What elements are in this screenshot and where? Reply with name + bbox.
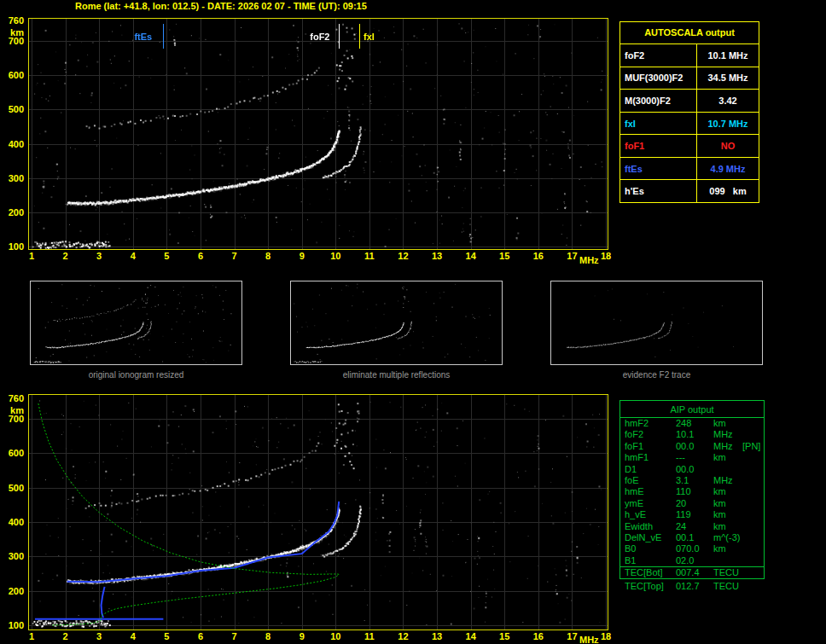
x-tick: 11 [364, 631, 375, 641]
aip-cell-value: 20 [676, 498, 713, 509]
autoscala-table-title: AUTOSCALA output [620, 22, 759, 44]
aip-cell-unit [713, 555, 742, 566]
x-tick: 14 [466, 631, 476, 641]
aip-row: foF210.1MHz [620, 429, 764, 440]
axis-unit-km: km [0, 405, 24, 415]
x-tick: 17 [567, 251, 577, 261]
aip-cell-name: TEC[Top] [625, 581, 676, 592]
aip-row: ymE20km [620, 498, 764, 509]
aip-cell-unit: km [713, 418, 742, 429]
aip-cell-value: 070.0 [676, 543, 713, 554]
aip-cell-name: B1 [625, 555, 676, 566]
aip-cell-value: 00.1 [676, 532, 713, 543]
aip-cell-name: Ewidth [625, 521, 676, 532]
aip-row: hmE110km [620, 486, 764, 497]
y-tick: 500 [0, 483, 24, 493]
aip-cell-name: foE [625, 475, 676, 486]
x-tick: 1 [29, 631, 34, 641]
aip-cell-unit: km [713, 452, 742, 463]
y-tick: 300 [0, 551, 24, 561]
aip-cell-note [742, 543, 764, 554]
aip-cell-name: hmF1 [625, 452, 676, 463]
x-tick: 8 [265, 631, 270, 641]
autoscala-row: foF210.1 MHz [620, 44, 759, 67]
aip-cell-unit: km [713, 509, 742, 520]
aip-cell-unit: MHz [713, 441, 742, 452]
y-tick: 200 [0, 586, 24, 596]
aip-cell-name: TEC[Bot] [625, 567, 676, 578]
y-tick: 100 [0, 620, 24, 630]
x-tick: 15 [499, 251, 509, 261]
autoscala-row-value: 10.1 MHz [697, 44, 759, 67]
aip-row: B0070.0km [620, 543, 764, 554]
autoscala-row-value: 4.9 MHz [697, 158, 759, 180]
autoscala-row-value: NO [697, 135, 759, 157]
aip-cell-value: 24 [676, 521, 713, 532]
autoscala-row-value: 10.7 MHz [697, 113, 759, 135]
x-tick: 18 [601, 251, 611, 261]
autoscala-row: M(3000)F23.42 [620, 90, 759, 113]
autoscala-row: MUF(3000)F234.5 MHz [620, 67, 759, 90]
autoscala-row-label: ftEs [620, 158, 697, 180]
aip-cell-note [742, 452, 764, 463]
aip-cell-note [742, 521, 764, 532]
aip-cell-unit: m^(-3) [713, 532, 742, 543]
aip-cell-note [742, 555, 764, 566]
aip-cell-name: foF1 [625, 441, 676, 452]
aip-cell-note [742, 475, 764, 486]
aip-cell-note [742, 464, 764, 475]
aip-cell-name: ymE [625, 498, 676, 509]
thumbnail-evidence-f2 [550, 281, 763, 365]
aip-cell-value: 10.1 [676, 429, 713, 440]
thumbnail-eliminate-reflections [290, 281, 503, 365]
autoscala-row: ftEs4.9 MHz [620, 158, 759, 181]
aip-row: foF100.0MHz[PN] [620, 441, 764, 452]
aip-cell-name: hmF2 [625, 418, 676, 429]
x-tick: 8 [265, 251, 270, 261]
axis-unit-mhz: MHz [579, 255, 599, 265]
aip-row: DelN_vE00.1m^(-3) [620, 532, 764, 543]
marker-label-fxi: fxI [364, 32, 375, 42]
x-tick: 3 [96, 251, 102, 261]
x-tick: 12 [398, 631, 408, 641]
aip-cell-note [742, 429, 764, 440]
aip-cell-note [742, 581, 770, 592]
aip-cell-value: 007.4 [676, 567, 713, 578]
aip-cell-unit: MHz [713, 429, 742, 440]
aip-row: h_vE119km [620, 509, 764, 520]
aip-row: TEC[Top]012.7TECU [620, 581, 770, 592]
axis-unit-mhz: MHz [579, 635, 599, 644]
aip-cell-note [742, 509, 764, 520]
autoscala-row-label: fxI [620, 113, 697, 135]
x-tick: 13 [432, 251, 442, 261]
x-tick: 14 [466, 251, 476, 261]
axis-unit-km: km [0, 27, 24, 38]
aip-cell-value: 02.0 [676, 555, 713, 566]
x-tick: 10 [330, 251, 340, 261]
x-tick: 6 [198, 251, 203, 261]
aip-cell-note [742, 567, 764, 578]
autoscala-row-value: 3.42 [697, 90, 759, 112]
page-title: Rome (lat: +41.8, lon: 012.5) - DATE: 20… [75, 1, 367, 11]
aip-cell-value: 119 [676, 509, 713, 520]
autoscala-row-label: MUF(3000)F2 [620, 67, 697, 90]
autoscala-screen: Rome (lat: +41.8, lon: 012.5) - DATE: 20… [0, 0, 826, 644]
y-tick: 100 [0, 241, 24, 252]
aip-cell-unit: TECU [713, 567, 742, 578]
aip-row: hmF1---km [620, 452, 764, 463]
aip-cell-value: 00.0 [676, 464, 713, 475]
aip-cell-name: hmE [625, 486, 676, 497]
x-tick: 13 [432, 631, 442, 641]
top-ionogram-canvas [28, 18, 608, 250]
thumbnail-original-ionogram [30, 281, 242, 365]
x-tick: 16 [533, 251, 544, 261]
y-tick: 200 [0, 207, 24, 218]
x-tick: 15 [499, 631, 509, 641]
x-tick: 7 [231, 631, 236, 641]
x-tick: 6 [198, 631, 203, 641]
aip-cell-unit: km [713, 521, 742, 532]
autoscala-row-label: M(3000)F2 [620, 90, 697, 112]
aip-cell-value: 248 [676, 418, 713, 429]
y-tick: 760 [0, 393, 24, 403]
y-tick: 600 [0, 448, 24, 458]
